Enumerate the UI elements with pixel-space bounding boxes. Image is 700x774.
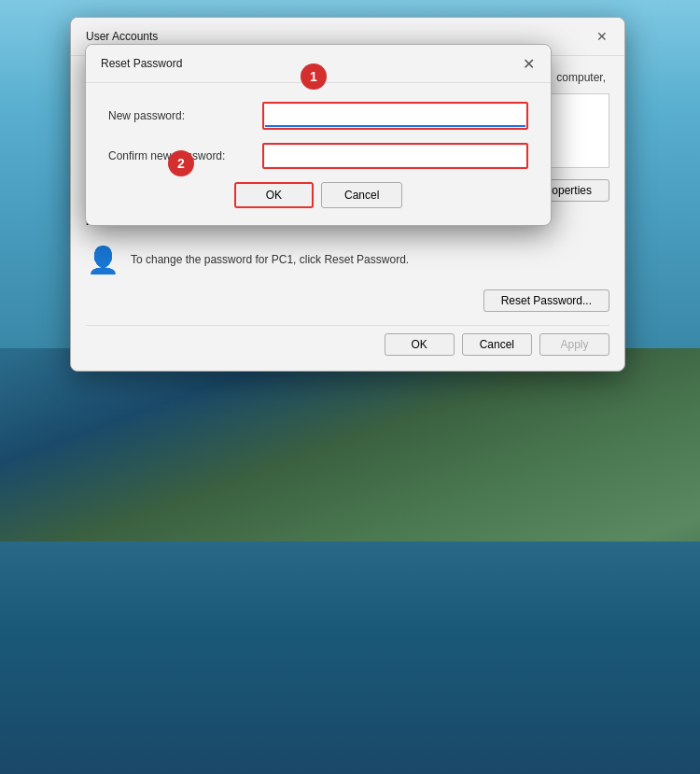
reset-password-dialog: Reset Password ✕ New password: Confirm n… xyxy=(85,44,552,226)
new-password-wrapper xyxy=(262,102,528,130)
bottom-buttons: OK Cancel Apply xyxy=(86,325,609,356)
new-password-label: New password: xyxy=(108,109,262,122)
user-accounts-window: User Accounts ✕ computer, PC1 Users Add.… xyxy=(70,17,625,372)
user-accounts-title: User Accounts xyxy=(86,30,158,43)
dialog-ok-button[interactable]: OK xyxy=(234,182,314,208)
user-icon: 👤 xyxy=(86,243,119,276)
new-password-row: New password: xyxy=(108,102,528,130)
dialog-cancel-button[interactable]: Cancel xyxy=(321,182,402,208)
reset-btn-row: Reset Password... xyxy=(86,289,609,312)
apply-button[interactable]: Apply xyxy=(539,333,609,356)
reset-dialog-content: New password: Confirm new password: OK C… xyxy=(86,83,551,225)
confirm-password-input[interactable] xyxy=(265,146,525,166)
user-accounts-close-button[interactable]: ✕ xyxy=(591,25,613,48)
reset-dialog-title: Reset Password xyxy=(101,57,182,70)
reset-dialog-close-button[interactable]: ✕ xyxy=(517,52,539,75)
badge-1: 1 xyxy=(301,63,327,90)
dialog-buttons: OK Cancel xyxy=(108,182,528,208)
password-info-text: To change the password for PC1, click Re… xyxy=(131,253,409,266)
reset-password-button[interactable]: Reset Password... xyxy=(483,289,609,312)
badge-2: 2 xyxy=(168,150,194,176)
confirm-password-wrapper xyxy=(262,143,528,169)
ok-button[interactable]: OK xyxy=(385,333,455,356)
password-info: 👤 To change the password for PC1, click … xyxy=(86,235,609,284)
password-section: Password for PC1 👤 To change the passwor… xyxy=(86,215,609,312)
new-password-input[interactable] xyxy=(265,105,525,127)
cancel-button[interactable]: Cancel xyxy=(462,333,532,356)
